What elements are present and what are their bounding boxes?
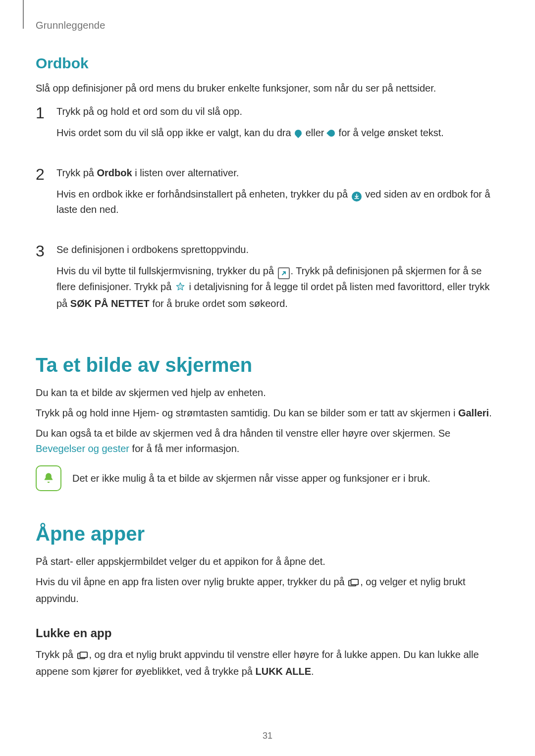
step3-line2: Hvis du vil bytte til fullskjermvisning,… xyxy=(56,263,499,311)
star-icon xyxy=(175,281,185,296)
text: Trykk på xyxy=(56,167,97,178)
document-page: Grunnleggende Ordbok Slå opp definisjone… xyxy=(0,0,535,756)
apps-p1: På start- eller appskjermbildet velger d… xyxy=(36,554,499,569)
text: Trykk på og hold inne Hjem- og strømtast… xyxy=(36,407,458,418)
step2-line2: Hvis en ordbok ikke er forhåndsinstaller… xyxy=(56,187,499,217)
step-body: Se definisjonen i ordbokens sprettoppvin… xyxy=(56,242,499,317)
step-number: 3 xyxy=(36,242,48,322)
screenshot-p2: Trykk på og hold inne Hjem- og strømtast… xyxy=(36,405,499,421)
bold-text: Ordbok xyxy=(97,167,132,178)
text: for å få mer informasjon. xyxy=(129,443,239,454)
breadcrumb: Grunnleggende xyxy=(36,20,499,31)
text: Trykk på xyxy=(36,649,76,660)
step-body: Trykk på Ordbok i listen over alternativ… xyxy=(56,165,499,223)
svg-rect-3 xyxy=(80,652,87,657)
ordbok-intro: Slå opp definisjoner på ord mens du bruk… xyxy=(36,81,499,96)
step-number: 1 xyxy=(36,104,48,151)
step-3: 3 Se definisjonen i ordbokens sprettoppv… xyxy=(36,242,499,322)
text: Du kan også ta et bilde av skjermen ved … xyxy=(36,428,450,439)
text: Hvis ordet som du vil slå opp ikke er va… xyxy=(56,127,294,138)
step-number: 2 xyxy=(36,165,48,228)
page-tab-marker xyxy=(23,0,24,29)
screenshot-p3: Du kan også ta et bilde av skjermen ved … xyxy=(36,426,499,456)
section-title-ordbok: Ordbok xyxy=(36,55,499,72)
selection-handle-right-icon xyxy=(326,128,336,138)
selection-handle-left-icon xyxy=(293,128,303,138)
bold-text: Galleri xyxy=(458,407,489,418)
section-title-apps: Åpne apper xyxy=(36,523,499,545)
step1-line2: Hvis ordet som du vil slå opp ikke er va… xyxy=(56,125,499,141)
step1-line1: Trykk på og hold et ord som du vil slå o… xyxy=(56,104,499,119)
apps-p2: Hvis du vil åpne en app fra listen over … xyxy=(36,574,499,606)
note-callout: Det er ikke mulig å ta et bilde av skjer… xyxy=(36,465,499,491)
download-icon xyxy=(352,192,362,202)
step-body: Trykk på og hold et ord som du vil slå o… xyxy=(56,104,499,147)
text: . xyxy=(311,666,314,677)
note-text: Det er ikke mulig å ta et bilde av skjer… xyxy=(72,471,499,486)
text: for å velge ønsket tekst. xyxy=(339,127,444,138)
bold-text: LUKK ALLE xyxy=(256,666,312,677)
text: Hvis du vil bytte til fullskjermvisning,… xyxy=(56,265,277,276)
step3-line1: Se definisjonen i ordbokens sprettoppvin… xyxy=(56,242,499,257)
bold-text: SØK PÅ NETTET xyxy=(70,298,150,309)
link-text[interactable]: Bevegelser og gester xyxy=(36,443,129,454)
expand-icon xyxy=(278,267,290,279)
step-1: 1 Trykk på og hold et ord som du vil slå… xyxy=(36,104,499,151)
screenshot-p1: Du kan ta et bilde av skjermen ved hjelp… xyxy=(36,385,499,401)
page-number: 31 xyxy=(0,731,535,741)
apps-close-p: Trykk på , og dra et nylig brukt appvind… xyxy=(36,647,499,679)
section-title-screenshot: Ta et bilde av skjermen xyxy=(36,354,499,376)
text: for å bruke ordet som søkeord. xyxy=(150,298,288,309)
subsection-title-close: Lukke en app xyxy=(36,626,499,640)
text: . xyxy=(489,407,492,418)
step-2: 2 Trykk på Ordbok i listen over alternat… xyxy=(36,165,499,228)
recent-apps-icon xyxy=(77,649,88,664)
text: Hvis du vil åpne en app fra listen over … xyxy=(36,576,347,587)
text: i listen over alternativer. xyxy=(132,167,239,178)
recent-apps-icon xyxy=(348,576,359,591)
note-bell-icon xyxy=(36,465,61,491)
svg-rect-1 xyxy=(351,579,359,585)
ordbok-steps: 1 Trykk på og hold et ord som du vil slå… xyxy=(36,104,499,322)
step2-line1: Trykk på Ordbok i listen over alternativ… xyxy=(56,165,499,181)
text: eller xyxy=(306,127,327,138)
text: Hvis en ordbok ikke er forhåndsinstaller… xyxy=(56,189,351,200)
